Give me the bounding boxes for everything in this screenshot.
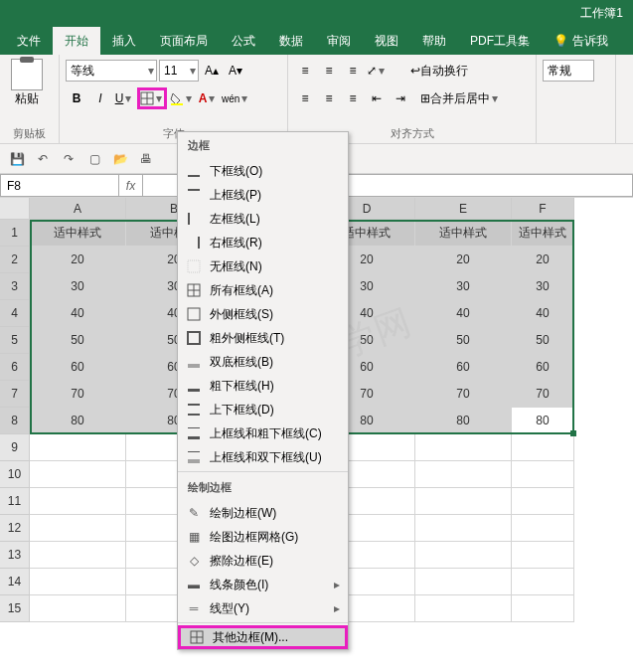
cell[interactable]: 30 — [415, 273, 512, 300]
cell[interactable] — [30, 515, 126, 542]
paste-button[interactable]: 粘贴 — [6, 59, 48, 123]
row-header[interactable]: 12 — [0, 515, 30, 542]
border-option[interactable]: 无框线(N) — [178, 254, 348, 278]
border-option[interactable]: 左框线(L) — [178, 207, 348, 231]
increase-font-icon[interactable]: A▴ — [201, 60, 223, 82]
cell[interactable]: 40 — [30, 300, 126, 327]
border-option[interactable]: 上框线和双下框线(U) — [178, 445, 348, 469]
redo-icon[interactable]: ↷ — [60, 150, 78, 168]
italic-button[interactable]: I — [89, 87, 111, 109]
cell[interactable] — [415, 515, 512, 542]
cell[interactable] — [415, 542, 512, 569]
cell[interactable] — [512, 461, 574, 488]
draw-border-option[interactable]: ═线型(Y)▸ — [178, 596, 348, 620]
row-header[interactable]: 11 — [0, 488, 30, 515]
cell[interactable] — [512, 515, 574, 542]
print-icon[interactable]: 🖶 — [137, 150, 155, 168]
col-header[interactable]: A — [30, 198, 126, 220]
cell[interactable]: 适中样式 — [512, 220, 574, 247]
wrap-text-button[interactable]: ↩ 自动换行 — [403, 60, 475, 82]
cell[interactable]: 80 — [30, 408, 126, 434]
row-header[interactable]: 10 — [0, 461, 30, 488]
row-header[interactable]: 2 — [0, 247, 30, 273]
name-box[interactable] — [0, 174, 119, 197]
row-header[interactable]: 3 — [0, 273, 30, 300]
tell-me[interactable]: 💡 告诉我 — [542, 27, 620, 55]
row-header[interactable]: 4 — [0, 300, 30, 327]
tab-file[interactable]: 文件 — [5, 27, 53, 55]
undo-icon[interactable]: ↶ — [34, 150, 52, 168]
decrease-indent-icon[interactable]: ⇤ — [366, 87, 388, 109]
cell[interactable]: 50 — [415, 327, 512, 354]
increase-indent-icon[interactable]: ⇥ — [390, 87, 411, 109]
fill-color-button[interactable]: ▾ — [169, 87, 195, 109]
tab-insert[interactable]: 插入 — [100, 27, 148, 55]
cell[interactable]: 20 — [415, 247, 512, 273]
draw-border-option[interactable]: ▬线条颜色(I)▸ — [178, 573, 348, 596]
tab-home[interactable]: 开始 — [53, 27, 100, 55]
cell[interactable]: 50 — [30, 327, 126, 354]
tab-review[interactable]: 审阅 — [315, 27, 363, 55]
cell[interactable] — [30, 488, 126, 515]
cell[interactable]: 30 — [512, 273, 574, 300]
cell[interactable]: 60 — [415, 354, 512, 381]
border-option[interactable]: 下框线(O) — [178, 159, 348, 183]
cell[interactable]: 适中样式 — [30, 220, 126, 247]
align-top-icon[interactable]: ≡ — [294, 60, 316, 82]
merge-center-button[interactable]: ⊞ 合并后居中▾ — [413, 87, 507, 109]
border-option[interactable]: 上下框线(D) — [178, 398, 348, 421]
border-option[interactable]: 粗外侧框线(T) — [178, 326, 348, 350]
align-center-icon[interactable]: ≡ — [318, 87, 340, 109]
number-format-combo[interactable] — [543, 60, 594, 82]
cell[interactable] — [415, 595, 512, 622]
cell[interactable] — [512, 542, 574, 569]
cell[interactable] — [30, 595, 126, 622]
border-option[interactable]: 右框线(R) — [178, 231, 348, 254]
draw-border-option[interactable]: ✎绘制边框(W) — [178, 501, 348, 525]
cell[interactable]: 20 — [512, 247, 574, 273]
cell[interactable]: 40 — [512, 300, 574, 327]
cell[interactable] — [512, 595, 574, 622]
cell[interactable]: 80 — [415, 408, 512, 434]
align-bottom-icon[interactable]: ≡ — [342, 60, 364, 82]
align-left-icon[interactable]: ≡ — [294, 87, 316, 109]
open-icon[interactable]: 📂 — [111, 150, 129, 168]
cell[interactable]: 70 — [30, 381, 126, 408]
cell[interactable]: 50 — [512, 327, 574, 354]
row-header[interactable]: 14 — [0, 569, 30, 595]
tab-pdf[interactable]: PDF工具集 — [458, 27, 542, 55]
tab-formula[interactable]: 公式 — [220, 27, 267, 55]
cell[interactable]: 70 — [512, 381, 574, 408]
cell[interactable] — [30, 542, 126, 569]
border-option[interactable]: 所有框线(A) — [178, 278, 348, 302]
cell[interactable]: 40 — [415, 300, 512, 327]
select-all-corner[interactable] — [0, 198, 30, 220]
font-name-combo[interactable]: ▾ — [66, 60, 157, 82]
border-option[interactable]: 上框线(P) — [178, 183, 348, 207]
row-header[interactable]: 1 — [0, 220, 30, 247]
cell[interactable]: 60 — [30, 354, 126, 381]
border-option[interactable]: 外侧框线(S) — [178, 302, 348, 326]
save-icon[interactable]: 💾 — [8, 150, 26, 168]
cell[interactable] — [415, 434, 512, 461]
cell[interactable] — [512, 569, 574, 595]
cell[interactable] — [30, 434, 126, 461]
cell[interactable] — [512, 488, 574, 515]
draw-border-option[interactable]: ◇擦除边框(E) — [178, 549, 348, 573]
col-header[interactable]: E — [415, 198, 512, 220]
cell[interactable] — [415, 461, 512, 488]
row-header[interactable]: 15 — [0, 595, 30, 622]
orientation-button[interactable]: ⤢▾ — [366, 60, 388, 82]
cell[interactable] — [30, 461, 126, 488]
cell[interactable]: 30 — [30, 273, 126, 300]
border-option[interactable]: 粗下框线(H) — [178, 374, 348, 398]
cell[interactable]: 80 — [512, 408, 574, 434]
cell[interactable]: 60 — [512, 354, 574, 381]
tab-view[interactable]: 视图 — [363, 27, 410, 55]
tab-layout[interactable]: 页面布局 — [148, 27, 220, 55]
row-header[interactable]: 7 — [0, 381, 30, 408]
tab-help[interactable]: 帮助 — [410, 27, 458, 55]
border-option[interactable]: 上框线和粗下框线(C) — [178, 421, 348, 445]
font-size-combo[interactable]: ▾ — [159, 60, 199, 82]
row-header[interactable]: 13 — [0, 542, 30, 569]
